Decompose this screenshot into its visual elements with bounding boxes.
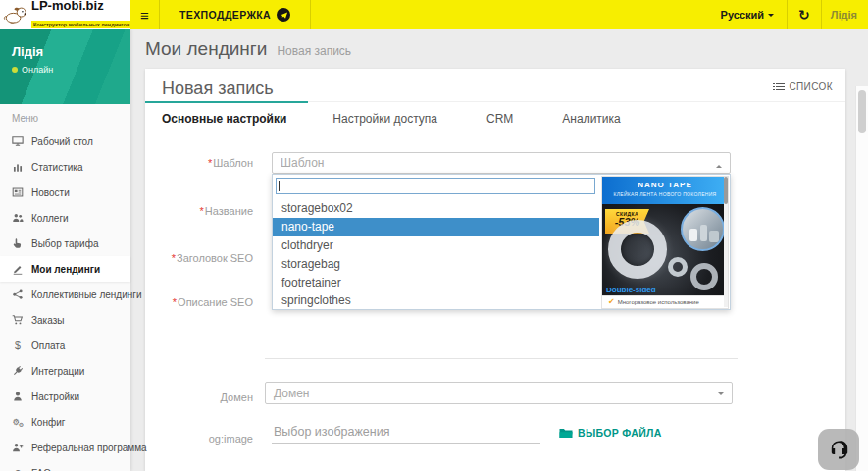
label-ogimage: og:image (145, 433, 253, 445)
tab-access-settings[interactable]: Настройки доступа (308, 102, 462, 134)
svg-text:?: ? (15, 467, 21, 471)
preview-title: NANO TAPE (602, 181, 728, 189)
domain-select[interactable]: Домен (265, 382, 733, 404)
sidebar-menu: Рабочий столСтатистикаНовостиКоллегиВыбо… (0, 129, 130, 471)
telegram-icon (277, 8, 290, 22)
preview-product-image: СКИДКА -53% Double-sided (602, 204, 728, 295)
ogimage-input[interactable] (272, 421, 540, 444)
colleagues-icon (11, 212, 25, 224)
sidebar-item-label: Статистика (31, 162, 83, 173)
template-select[interactable]: Шаблон (272, 152, 731, 174)
tab-crm[interactable]: CRM (462, 102, 537, 134)
logo-title: LP-mobi.biz (31, 0, 131, 13)
chevron-down-icon (768, 14, 774, 20)
support-chat-button[interactable] (818, 429, 859, 470)
sidebar-item-statistics[interactable]: Статистика (0, 154, 130, 180)
sidebar-item-label: Новости (31, 187, 70, 198)
template-select-placeholder: Шаблон (281, 156, 324, 170)
sidebar-item-orders[interactable]: Заказы (0, 307, 130, 333)
dropdown-option[interactable]: nano-tape (273, 218, 599, 236)
preview-caption: Double-sided (606, 286, 656, 294)
referral-icon (11, 442, 25, 453)
text-cursor (279, 181, 280, 191)
tab-analytics[interactable]: Аналитика (537, 102, 644, 134)
sidebar-item-label: Реферальная программа (31, 443, 147, 453)
tab-main-settings[interactable]: Основные настройки (145, 102, 308, 134)
config-icon: ⚙⚙ (11, 416, 25, 428)
sidebar-item-my-landings[interactable]: Мои лендинги (0, 256, 130, 282)
sidebar-item-label: Настройки (31, 392, 79, 402)
sidebar-item-settings[interactable]: Настройки (0, 384, 130, 409)
template-preview-thumbnail: NANO TAPE КЛЕЙКАЯ ЛЕНТА НОВОГО ПОКОЛЕНИЯ… (602, 177, 728, 308)
logo-subtitle: Конструктор мобильных лендингов (31, 21, 131, 28)
integrations-icon (11, 365, 25, 377)
orders-icon (11, 314, 25, 326)
user-status: Онлайн (12, 65, 119, 75)
dropdown-option[interactable]: footretainer (273, 273, 599, 291)
sidebar-item-config[interactable]: ⚙⚙Конфиг (0, 409, 130, 435)
sidebar-item-tariff[interactable]: Выбор тарифа (0, 231, 130, 256)
page-scrollbar-thumb[interactable] (858, 90, 866, 133)
sidebar: Лідія Онлайн Меню Рабочий столСтатистика… (0, 29, 130, 471)
sidebar-item-collective-landings[interactable]: Коллективные лендинги (0, 282, 130, 307)
support-button[interactable]: ТЕХПОДДЕРЖКА (160, 0, 311, 29)
sidebar-item-label: Мои лендинги (31, 264, 100, 275)
sidebar-item-label: Заказы (31, 315, 64, 326)
sidebar-item-label: Выбор тарифа (31, 238, 98, 249)
statistics-icon (11, 161, 25, 173)
list-button[interactable]: СПИСОК (776, 81, 833, 92)
dog-logo-icon (3, 4, 28, 26)
preview-footer: ✔ Многоразовое использование (602, 295, 728, 308)
sidebar-item-news[interactable]: Новости (0, 180, 130, 205)
page-scrollbar[interactable] (855, 86, 868, 471)
language-selector[interactable]: Русский (708, 0, 787, 29)
dropdown-option[interactable]: storagebox02 (273, 199, 599, 218)
sidebar-item-label: Коллективные лендинги (31, 289, 142, 300)
support-label: ТЕХПОДДЕРЖКА (179, 9, 271, 21)
label-domain: Домен (145, 392, 253, 403)
preview-subtitle: КЛЕЙКАЯ ЛЕНТА НОВОГО ПОКОЛЕНИЯ (602, 191, 728, 197)
page-title: Мои лендинги (145, 38, 267, 60)
sidebar-item-label: Рабочий стол (31, 136, 93, 147)
svg-text:$: $ (15, 340, 21, 351)
file-select-button[interactable]: ВЫБОР ФАЙЛА (559, 427, 662, 439)
tape-roll-graphic (608, 220, 667, 279)
menu-label: Меню (0, 104, 130, 129)
chevron-down-icon (718, 392, 724, 398)
dropdown-option[interactable]: clothdryer (273, 236, 599, 255)
sidebar-item-label: Конфиг (31, 417, 65, 428)
refresh-button[interactable]: ↻ (788, 0, 821, 29)
folder-icon (559, 428, 573, 439)
sidebar-item-payment[interactable]: $Оплата (0, 333, 130, 358)
faq-icon: ? (11, 467, 25, 471)
dropdown-scrollbar[interactable] (724, 177, 728, 307)
field-separator-line (265, 358, 738, 359)
dropdown-option[interactable]: storagebag (273, 254, 599, 273)
label-template: Шаблон (145, 157, 253, 169)
collective-landings-icon (11, 288, 25, 300)
sidebar-item-label: Коллеги (31, 213, 69, 224)
sidebar-item-desktop[interactable]: Рабочий стол (0, 129, 130, 154)
sidebar-item-referral[interactable]: Реферальная программа (0, 435, 130, 460)
logo[interactable]: LP-mobi.biz Конструктор мобильных лендин… (0, 0, 130, 29)
header-username[interactable]: Лідія (822, 0, 868, 29)
user-panel: Лідія Онлайн (0, 29, 130, 104)
label-name: Название (145, 205, 253, 217)
sidebar-item-colleagues[interactable]: Коллеги (0, 205, 130, 231)
news-icon (11, 186, 25, 198)
dropdown-search-input[interactable] (276, 178, 595, 194)
chevron-up-icon (716, 162, 722, 168)
hamburger-menu-button[interactable]: ≡ (130, 0, 160, 29)
tariff-icon (11, 237, 25, 249)
my-landings-icon (11, 263, 25, 275)
sidebar-item-integrations[interactable]: Интеграции (0, 358, 130, 384)
check-icon: ✔ (608, 298, 615, 306)
dropdown-option[interactable]: springclothes (273, 291, 599, 310)
user-name: Лідія (12, 44, 119, 59)
domain-select-placeholder: Домен (274, 387, 310, 400)
svg-text:⚙: ⚙ (19, 422, 24, 428)
label-seo-description: Описание SEO (145, 296, 253, 308)
settings-icon (11, 391, 25, 402)
sidebar-item-faq[interactable]: ?FAQ (0, 460, 130, 471)
dropdown-scrollbar-thumb[interactable] (724, 177, 728, 204)
